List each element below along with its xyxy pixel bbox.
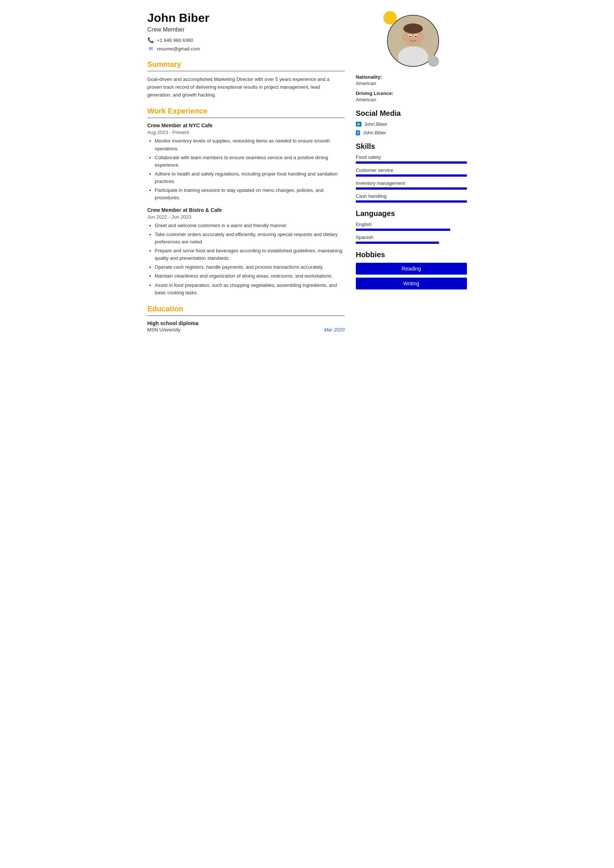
job-bullets-2: Greet and welcome customers in a warm an…	[148, 222, 345, 296]
bullet-2-2: Take customer orders accurately and effi…	[155, 231, 345, 246]
yellow-dot	[383, 11, 397, 25]
skills-title: Skills	[356, 142, 467, 151]
gray-dot	[428, 56, 439, 67]
phone-contact: 📞 +1 646 980 6360	[148, 37, 345, 43]
skill-name-3: Inventory management	[356, 180, 467, 186]
hobbies-title: Hobbies	[356, 251, 467, 259]
job-date-2: Jun 2022 - Jun 2023	[148, 214, 345, 220]
work-experience-section: Work Experience Crew Member at NYC Cafe …	[148, 107, 345, 296]
bullet-2-1: Greet and welcome customers in a warm an…	[155, 222, 345, 229]
edu-school: MSN University	[148, 327, 199, 333]
hobby-reading: Reading	[356, 263, 467, 274]
edu-degree: High school diploma	[148, 320, 199, 326]
email-icon: ✉	[148, 45, 154, 52]
hobby-writing: Writing	[356, 277, 467, 290]
phone-icon: 📞	[148, 37, 154, 43]
candidate-title: Crew Member	[148, 26, 345, 33]
skill-bar-1	[356, 161, 467, 164]
job-bullets-1: Monitor inventory levels of supplies, re…	[148, 137, 345, 202]
work-experience-title: Work Experience	[148, 107, 345, 115]
bullet-2-6: Assist in food preparation, such as chop…	[155, 282, 345, 296]
language-2: Spanish	[356, 234, 467, 244]
skill-bar-2	[356, 174, 467, 177]
bullet-2-4: Operate cash registers, handle payments,…	[155, 264, 345, 271]
driving-label: Driving Licence:	[356, 91, 467, 96]
social-media-title: Social Media	[356, 109, 467, 118]
edu-date: Mar 2020	[324, 327, 345, 333]
nationality-value: American	[356, 81, 467, 86]
skill-name-2: Customer service	[356, 167, 467, 173]
job-entry-1: Crew Member at NYC Cafe Aug 2023 - Prese…	[148, 122, 345, 202]
driving-value: American	[356, 97, 467, 102]
skill-3: Inventory management	[356, 180, 467, 190]
job-date-1: Aug 2023 - Present	[148, 130, 345, 135]
bullet-2-5: Maintain cleanliness and organization of…	[155, 273, 345, 280]
right-column: Nationality: American Driving Licence: A…	[356, 11, 467, 333]
svg-point-8	[401, 34, 405, 40]
edu-left: High school diploma MSN University	[148, 320, 199, 333]
personal-info: Nationality: American Driving Licence: A…	[356, 74, 467, 102]
bullet-2-3: Prepare and serve food and beverages acc…	[155, 247, 345, 262]
svg-point-6	[409, 36, 411, 37]
nationality-label: Nationality:	[356, 74, 467, 80]
job-entry-2: Crew Member at Bistro & Cafe Jun 2022 - …	[148, 207, 345, 296]
lang-name-2: Spanish	[356, 234, 467, 240]
job-title-2: Crew Member at Bistro & Cafe	[148, 207, 345, 213]
social-media-section: Social Media in John.Biber f John.Biber	[356, 109, 467, 135]
summary-text: Goal-driven and accomplished Marketing D…	[148, 76, 345, 99]
lang-bar-2	[356, 242, 439, 244]
linkedin-handle: John.Biber	[364, 121, 387, 127]
facebook-handle: John.Biber	[363, 130, 386, 135]
language-1: English	[356, 222, 467, 231]
skill-name-4: Cash handling	[356, 193, 467, 199]
facebook-icon: f	[356, 130, 360, 135]
education-title: Education	[148, 305, 345, 313]
email-contact: ✉ resume@gmail.com	[148, 45, 345, 52]
education-section: Education High school diploma MSN Univer…	[148, 305, 345, 333]
education-divider	[148, 315, 345, 316]
bullet-1-2: Collaborate with team members to ensure …	[155, 154, 345, 169]
svg-point-7	[415, 36, 417, 37]
job-title-1: Crew Member at NYC Cafe	[148, 122, 345, 129]
header-section: John Biber Crew Member 📞 +1 646 980 6360…	[148, 11, 345, 52]
lang-bar-1	[356, 229, 450, 231]
bullet-1-1: Monitor inventory levels of supplies, re…	[155, 137, 345, 152]
work-divider	[148, 118, 345, 118]
lang-name-1: English	[356, 222, 467, 227]
languages-section: Languages English Spanish	[356, 209, 467, 244]
candidate-name: John Biber	[148, 11, 345, 25]
hobbies-section: Hobbies Reading Writing	[356, 251, 467, 290]
skill-bar-3	[356, 188, 467, 190]
bullet-1-4: Participate in training sessions to stay…	[155, 187, 345, 202]
languages-title: Languages	[356, 209, 467, 218]
skills-section: Skills Food safety Customer service Inve…	[356, 142, 467, 203]
resume-wrapper: John Biber Crew Member 📞 +1 646 980 6360…	[148, 11, 467, 333]
linkedin-icon: in	[356, 122, 361, 127]
linkedin-item: in John.Biber	[356, 121, 467, 127]
summary-title: Summary	[148, 60, 345, 69]
summary-divider	[148, 71, 345, 71]
phone-number: +1 646 980 6360	[157, 37, 194, 43]
svg-point-9	[421, 34, 424, 40]
skill-bar-4	[356, 200, 467, 203]
skill-name-1: Food safety	[356, 154, 467, 160]
skill-4: Cash handling	[356, 193, 467, 203]
svg-point-3	[403, 23, 423, 33]
edu-entry-1: High school diploma MSN University Mar 2…	[148, 320, 345, 333]
facebook-item: f John.Biber	[356, 130, 467, 135]
summary-section: Summary Goal-driven and accomplished Mar…	[148, 60, 345, 99]
skill-1: Food safety	[356, 154, 467, 164]
left-column: John Biber Crew Member 📞 +1 646 980 6360…	[148, 11, 345, 333]
email-address: resume@gmail.com	[157, 46, 200, 51]
skill-2: Customer service	[356, 167, 467, 177]
bullet-1-3: Adhere to health and safety regulations,…	[155, 170, 345, 185]
photo-container	[383, 11, 439, 67]
